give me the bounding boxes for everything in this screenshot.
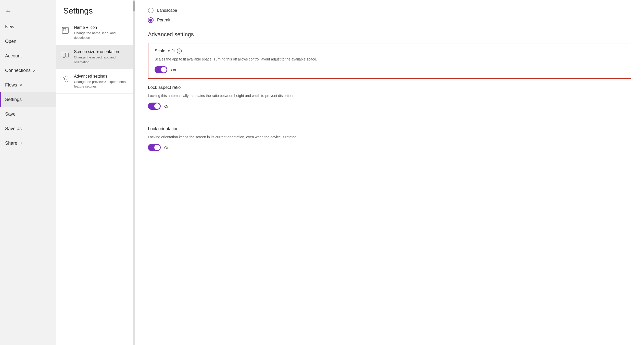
sidebar-item-share[interactable]: Share ↗ bbox=[0, 136, 56, 151]
sidebar-item-settings[interactable]: Settings bbox=[0, 92, 56, 107]
advanced-settings-heading: Advanced settings bbox=[148, 31, 631, 38]
radio-circle-landscape bbox=[148, 8, 154, 13]
lock-aspect-ratio-section: Lock aspect ratio Locking this automatic… bbox=[148, 85, 631, 115]
menu-desc-screen-size: Change the aspect ratio and orientation bbox=[74, 55, 128, 64]
sidebar-item-save[interactable]: Save bbox=[0, 107, 56, 121]
scale-to-fit-toggle-thumb bbox=[161, 67, 167, 72]
menu-item-advanced[interactable]: Advanced settings Change the preview & e… bbox=[56, 69, 135, 94]
lock-aspect-ratio-toggle-label: On bbox=[164, 104, 169, 108]
sidebar-label-connections: Connections bbox=[5, 68, 31, 73]
settings-menu: Name + icon Change the name, icon, and d… bbox=[56, 21, 135, 94]
back-icon: ← bbox=[5, 7, 12, 15]
scale-to-fit-toggle-row: On bbox=[155, 66, 625, 73]
sidebar-item-save-as[interactable]: Save as bbox=[0, 121, 56, 136]
radio-landscape[interactable]: Landscape bbox=[148, 8, 631, 13]
gear-icon bbox=[61, 75, 70, 84]
scale-to-fit-toggle[interactable] bbox=[155, 66, 167, 73]
menu-desc-name-icon: Change the name, icon, and description bbox=[74, 31, 128, 40]
svg-rect-1 bbox=[63, 28, 66, 31]
sidebar-label-flows: Flows bbox=[5, 82, 17, 88]
active-indicator bbox=[0, 92, 1, 107]
sidebar-label-save: Save bbox=[5, 112, 16, 117]
sidebar-label-new: New bbox=[5, 24, 14, 30]
lock-orientation-section: Lock orientation Locking orientation kee… bbox=[148, 126, 631, 156]
sidebar-label-share: Share bbox=[5, 141, 17, 146]
menu-title-screen-size: Screen size + orientation bbox=[74, 50, 128, 54]
lock-orientation-toggle-row: On bbox=[148, 144, 631, 151]
lock-aspect-ratio-toggle-thumb bbox=[154, 103, 160, 109]
svg-rect-6 bbox=[62, 52, 67, 56]
scale-to-fit-help-icon[interactable]: ? bbox=[177, 48, 182, 54]
scale-to-fit-card: Scale to fit ? Scales the app to fit ava… bbox=[148, 43, 631, 79]
sidebar-label-save-as: Save as bbox=[5, 126, 22, 131]
sidebar-item-open[interactable]: Open bbox=[0, 34, 56, 49]
lock-aspect-ratio-label: Lock aspect ratio bbox=[148, 85, 631, 90]
lock-aspect-ratio-toggle-row: On bbox=[148, 103, 631, 110]
page-title: Settings bbox=[56, 0, 135, 21]
menu-item-name-icon[interactable]: Name + icon Change the name, icon, and d… bbox=[56, 21, 135, 45]
sidebar-label-account: Account bbox=[5, 53, 22, 59]
lock-orientation-text: Lock orientation bbox=[148, 126, 179, 131]
menu-item-screen-size[interactable]: Screen size + orientation Change the asp… bbox=[56, 45, 135, 69]
menu-text-advanced: Advanced settings Change the preview & e… bbox=[74, 74, 128, 89]
lock-orientation-toggle-thumb bbox=[154, 145, 160, 150]
menu-desc-advanced: Change the preview & experimental featur… bbox=[74, 80, 128, 89]
menu-title-advanced: Advanced settings bbox=[74, 74, 128, 79]
external-link-icon-flows: ↗ bbox=[19, 83, 22, 87]
radio-portrait[interactable]: Portrait bbox=[148, 17, 631, 23]
lock-orientation-toggle[interactable] bbox=[148, 144, 161, 151]
right-panel: Landscape Portrait Advanced settings Sca… bbox=[135, 0, 644, 345]
svg-rect-7 bbox=[65, 53, 68, 57]
sidebar-item-new[interactable]: New bbox=[0, 20, 56, 34]
external-link-icon-connections: ↗ bbox=[33, 69, 36, 73]
menu-text-name-icon: Name + icon Change the name, icon, and d… bbox=[74, 25, 128, 40]
svg-point-9 bbox=[64, 78, 66, 80]
lock-orientation-desc: Locking orientation keeps the screen in … bbox=[148, 134, 631, 140]
lock-orientation-label: Lock orientation bbox=[148, 126, 631, 131]
menu-title-name-icon: Name + icon bbox=[74, 25, 128, 30]
sidebar-item-account[interactable]: Account bbox=[0, 49, 56, 63]
external-link-icon-share: ↗ bbox=[19, 141, 22, 145]
sidebar-item-connections[interactable]: Connections ↗ bbox=[0, 63, 56, 78]
middle-panel: Settings Name + icon Change the name, ic… bbox=[56, 0, 135, 345]
name-icon-icon bbox=[61, 26, 70, 35]
scrollbar-track[interactable] bbox=[133, 0, 135, 345]
sidebar-label-settings: Settings bbox=[5, 97, 22, 102]
lock-aspect-ratio-toggle[interactable] bbox=[148, 103, 161, 110]
divider-1 bbox=[148, 120, 631, 120]
scrollbar-thumb[interactable] bbox=[133, 1, 135, 11]
sidebar-item-flows[interactable]: Flows ↗ bbox=[0, 78, 56, 92]
radio-circle-portrait bbox=[148, 17, 154, 23]
sidebar: ← New Open Account Connections ↗ Flows ↗… bbox=[0, 0, 56, 345]
scale-to-fit-desc: Scales the app to fit available space. T… bbox=[155, 57, 625, 62]
radio-label-portrait: Portrait bbox=[157, 18, 170, 22]
menu-text-screen-size: Screen size + orientation Change the asp… bbox=[74, 50, 128, 64]
scale-to-fit-toggle-label: On bbox=[171, 68, 176, 72]
scale-to-fit-text: Scale to fit bbox=[155, 48, 175, 54]
lock-aspect-ratio-text: Lock aspect ratio bbox=[148, 85, 181, 90]
orientation-radio-group: Landscape Portrait bbox=[148, 8, 631, 23]
back-button[interactable]: ← bbox=[0, 3, 56, 20]
lock-orientation-toggle-label: On bbox=[164, 145, 169, 150]
sidebar-nav: New Open Account Connections ↗ Flows ↗ S… bbox=[0, 20, 56, 345]
lock-aspect-ratio-desc: Locking this automatically maintains the… bbox=[148, 93, 631, 98]
radio-label-landscape: Landscape bbox=[157, 8, 177, 13]
screen-size-icon bbox=[61, 50, 70, 59]
sidebar-label-open: Open bbox=[5, 39, 16, 44]
scale-to-fit-label: Scale to fit ? bbox=[155, 48, 625, 54]
